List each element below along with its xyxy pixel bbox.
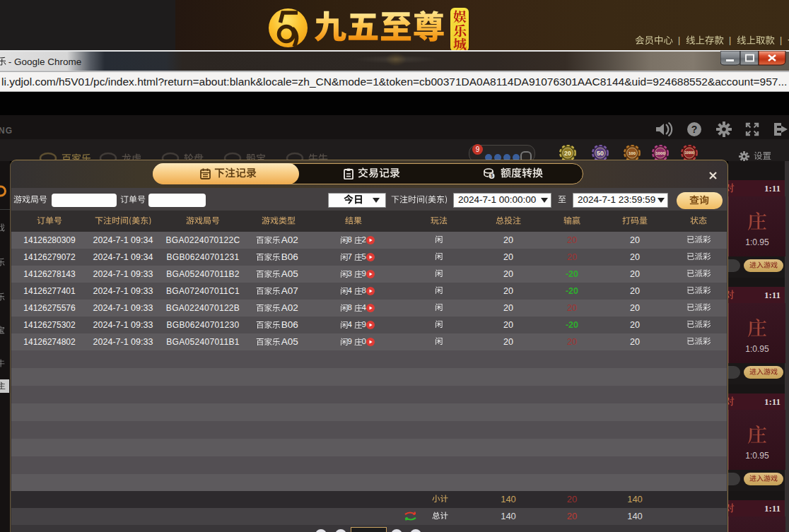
svg-text:1000: 1000: [655, 150, 665, 155]
svg-text:$: $: [491, 173, 493, 179]
svg-text:100: 100: [629, 150, 636, 155]
svg-text:50: 50: [597, 150, 604, 157]
svg-text:?: ?: [691, 124, 698, 135]
svg-text:10000: 10000: [684, 151, 694, 155]
svg-text:20: 20: [564, 150, 571, 157]
